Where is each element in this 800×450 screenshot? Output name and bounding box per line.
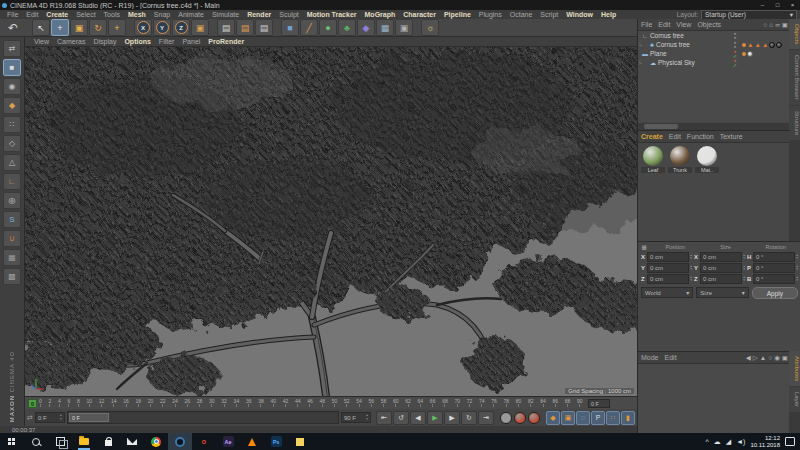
spinner-icon[interactable]: ▴▾ [690, 276, 692, 283]
menu-motion-tracker[interactable]: Motion Tracker [303, 11, 361, 18]
material-leaf[interactable]: Leaf [641, 146, 665, 173]
object-row-plane[interactable]: ▬Plane●✓ [638, 49, 790, 58]
cinema4d-icon[interactable] [168, 433, 192, 450]
menu-pipeline[interactable]: Pipeline [440, 11, 475, 18]
phong-tag-icon[interactable]: ▲ [762, 42, 768, 48]
tray-expand-icon[interactable]: ^ [705, 438, 708, 446]
om-menu-view[interactable]: View [673, 21, 694, 28]
light-icon[interactable]: ☼ [421, 19, 439, 36]
om-menu-edit[interactable]: Edit [655, 21, 673, 28]
rotate-tool-icon[interactable]: ↻ [89, 19, 107, 36]
network-icon[interactable]: ◢ [726, 438, 731, 446]
material-mat-[interactable]: Mat.. [695, 146, 719, 173]
om-menu-file[interactable]: File [638, 21, 655, 28]
volume-icon[interactable]: ◄) [736, 438, 745, 446]
phong-tag-icon[interactable]: ▲ [754, 42, 760, 48]
object-row-cornus-tree[interactable]: ∟Cornus tree●● [638, 31, 790, 40]
spinner-icon[interactable]: ▴▾ [60, 414, 62, 421]
render-picture-viewer-icon[interactable]: ▤ [236, 19, 254, 36]
quantize-icon[interactable]: ▩ [3, 268, 21, 285]
menu-window[interactable]: Window [562, 11, 597, 18]
spinner-icon[interactable]: ▴▾ [796, 276, 798, 283]
spinner-icon[interactable]: ▴▾ [743, 276, 745, 283]
search-icon[interactable]: ○ [763, 21, 767, 29]
close-button[interactable]: × [785, 0, 800, 10]
forward-icon[interactable]: ▷ [753, 354, 758, 362]
render-settings-icon[interactable]: ▤ [255, 19, 273, 36]
viewport-menu-cameras[interactable]: Cameras [53, 38, 89, 45]
vlc-icon[interactable] [240, 433, 264, 450]
live-selection-icon[interactable]: ↖ [32, 19, 50, 36]
model-mode-icon[interactable]: ■ [3, 59, 21, 76]
home-icon[interactable]: ⌂ [769, 21, 773, 29]
last-tool-icon[interactable]: + [108, 19, 126, 36]
visibility-dots[interactable]: ●● [728, 32, 742, 40]
scrollbar-thumb[interactable] [644, 124, 678, 129]
menu-sculpt[interactable]: Sculpt [275, 11, 302, 18]
viewport-menu-prorender[interactable]: ProRender [204, 38, 248, 45]
menu-mesh[interactable]: Mesh [124, 11, 150, 18]
snap-icon[interactable]: ◎ [3, 192, 21, 209]
simulate-icon[interactable]: ◆ [357, 19, 375, 36]
menu-render[interactable]: Render [243, 11, 275, 18]
edges-mode-icon[interactable]: ◇ [3, 135, 21, 152]
timeline-slider[interactable]: 0 F [67, 411, 339, 424]
magnet-icon[interactable]: ∪ [3, 230, 21, 247]
x-axis-lock-icon[interactable]: X [134, 19, 152, 36]
visibility-dots[interactable]: ●● [728, 41, 742, 49]
viewport-menu-filter[interactable]: Filter [155, 38, 179, 45]
visibility-dots[interactable]: ●✓ [728, 50, 742, 58]
after-effects-icon[interactable]: Ae [216, 433, 240, 450]
render-view-icon[interactable]: ▤ [217, 19, 235, 36]
coord-value[interactable]: 0 cm [700, 252, 742, 262]
coordinate-mode-dropdown[interactable]: World ▾ [641, 287, 693, 298]
coord-value[interactable]: 0 cm [700, 263, 742, 273]
file-explorer-icon[interactable] [72, 433, 96, 450]
menu-select[interactable]: Select [72, 11, 99, 18]
material-menu-texture[interactable]: Texture [717, 133, 746, 140]
points-mode-icon[interactable]: ∷ [3, 116, 21, 133]
move-tool-icon[interactable]: + [51, 19, 69, 36]
goto-end-button[interactable]: ⇥ [478, 411, 494, 425]
search-button[interactable] [24, 433, 48, 450]
search-icon[interactable]: ○ [768, 354, 772, 362]
coord-value[interactable]: 0 cm [647, 274, 689, 284]
sticky-notes-icon[interactable] [288, 433, 312, 450]
z-axis-lock-icon[interactable]: Z [172, 19, 190, 36]
menu-script[interactable]: Script [536, 11, 562, 18]
tab-attributes[interactable]: Attributes [789, 351, 800, 386]
goto-start-button[interactable]: ⇤ [376, 411, 392, 425]
spinner-icon[interactable]: ▴▾ [743, 265, 745, 272]
end-frame-field[interactable]: 90 F ▴▾ [341, 412, 371, 423]
keyframe-parameter-toggle[interactable]: P [591, 411, 605, 425]
workplane-mode-icon[interactable]: ◆ [3, 97, 21, 114]
keyframe-selection-button[interactable] [528, 412, 540, 424]
mograph-icon[interactable]: ♣ [338, 19, 356, 36]
chrome-icon[interactable] [144, 433, 168, 450]
undo-icon[interactable]: ↶ [2, 19, 24, 36]
om-menu-objects[interactable]: Objects [694, 21, 724, 28]
spinner-icon[interactable]: ▴▾ [366, 414, 368, 421]
tex-dark-tag-icon[interactable] [769, 42, 775, 48]
coordinate-system-icon[interactable]: ▣ [191, 19, 209, 36]
play-backwards-button[interactable]: ↺ [393, 411, 409, 425]
phong-tag-icon[interactable]: ▲ [747, 42, 753, 48]
spinner-icon[interactable]: ▴▾ [796, 265, 798, 272]
attr-menu-edit[interactable]: Edit [662, 354, 680, 361]
autokey-button[interactable] [514, 412, 526, 424]
apply-button[interactable]: Apply [752, 287, 798, 299]
material-menu-create[interactable]: Create [638, 133, 666, 140]
link-icon[interactable]: ∞ [775, 21, 780, 29]
back-icon[interactable]: ◀ [746, 354, 751, 362]
object-row-cornus-tree[interactable]: └♣Cornus tree●●▲▲▲ [638, 40, 790, 49]
viewport[interactable]: Perspective Grid Spacing : 1000 cm [25, 47, 637, 396]
orange-dot-tag-icon[interactable] [742, 52, 746, 56]
task-view-button[interactable] [48, 433, 72, 450]
timeline-slider-handle[interactable]: 0 F [69, 413, 109, 422]
store-icon[interactable] [96, 433, 120, 450]
add-cube-icon[interactable]: ■ [281, 19, 299, 36]
menu-character[interactable]: Character [399, 11, 440, 18]
attr-menu-mode[interactable]: Mode [638, 354, 662, 361]
coord-value[interactable]: 0 ° [753, 274, 795, 284]
menu-tools[interactable]: Tools [100, 11, 124, 18]
